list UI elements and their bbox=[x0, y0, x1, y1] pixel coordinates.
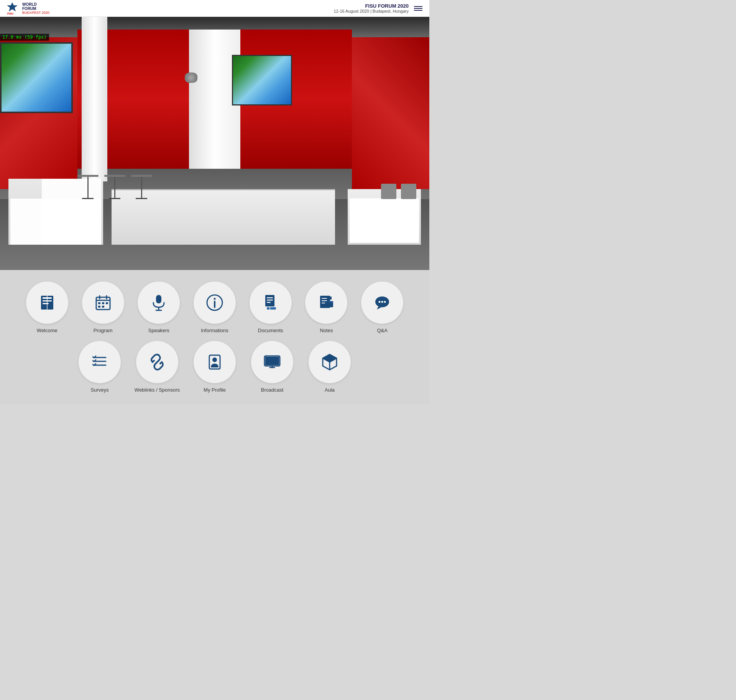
svg-rect-32 bbox=[322, 298, 327, 299]
svg-marker-0 bbox=[7, 2, 18, 12]
broadcast-item[interactable]: Broadcast bbox=[247, 341, 297, 393]
table-leg-1 bbox=[87, 177, 89, 198]
weblinks-item[interactable]: Weblinks / Sponsors bbox=[132, 341, 182, 393]
book-icon bbox=[38, 293, 56, 312]
header-right: FISU FORUM 2020 12-16 August 2020 | Buda… bbox=[334, 3, 424, 13]
table-leg-2 bbox=[114, 177, 115, 198]
document-icon bbox=[261, 293, 280, 312]
checklist-icon bbox=[90, 353, 109, 371]
svg-rect-22 bbox=[265, 295, 274, 306]
myprofile-item[interactable]: My Profile bbox=[190, 341, 240, 393]
qa-item[interactable]: Q&A bbox=[358, 282, 406, 333]
documents-circle[interactable] bbox=[250, 282, 292, 324]
svg-rect-11 bbox=[98, 302, 100, 304]
aula-circle[interactable] bbox=[309, 341, 351, 383]
svg-rect-26 bbox=[267, 307, 276, 310]
fisu-logo: FISU bbox=[5, 2, 19, 15]
scene-composite bbox=[0, 17, 429, 270]
speakers-label: Speakers bbox=[148, 328, 169, 333]
surveys-item[interactable]: Surveys bbox=[75, 341, 125, 393]
myprofile-circle[interactable] bbox=[194, 341, 236, 383]
right-chairs bbox=[381, 184, 416, 199]
svg-rect-12 bbox=[102, 302, 104, 304]
welcome-item[interactable]: Welcome bbox=[23, 282, 71, 333]
table-2 bbox=[104, 175, 125, 199]
svg-marker-52 bbox=[323, 354, 337, 362]
event-date: 12-16 August 2020 | Budapest, Hungary bbox=[334, 9, 409, 13]
table-3 bbox=[131, 175, 152, 199]
svg-point-20 bbox=[214, 298, 216, 300]
svg-rect-14 bbox=[98, 306, 100, 308]
monitor-icon bbox=[263, 353, 281, 371]
notes-circle[interactable] bbox=[305, 282, 347, 324]
table-base-3 bbox=[136, 198, 147, 199]
welcome-circle[interactable] bbox=[26, 282, 68, 324]
chair-2 bbox=[401, 184, 416, 199]
event-info: FISU FORUM 2020 12-16 August 2020 | Buda… bbox=[334, 3, 409, 13]
svg-rect-24 bbox=[267, 300, 273, 301]
fps-overlay: 17.0 ms (59 fps) bbox=[0, 34, 49, 41]
scene-background bbox=[0, 17, 429, 270]
notes-icon bbox=[317, 293, 335, 312]
wall-right bbox=[352, 37, 429, 189]
table-base-1 bbox=[82, 198, 94, 199]
svg-text:FISU: FISU bbox=[7, 12, 13, 15]
3d-scene: 17.0 ms (59 fps) bbox=[0, 17, 429, 270]
svg-rect-25 bbox=[267, 302, 271, 303]
pillar-left bbox=[82, 17, 107, 181]
documents-item[interactable]: Documents bbox=[246, 282, 295, 333]
svg-rect-15 bbox=[102, 306, 104, 308]
svg-rect-23 bbox=[267, 297, 273, 298]
tv-content-right bbox=[233, 56, 291, 104]
qa-circle[interactable] bbox=[361, 282, 403, 324]
link-icon bbox=[148, 353, 166, 371]
profile-icon bbox=[205, 353, 224, 371]
weblinks-circle[interactable] bbox=[136, 341, 178, 383]
aula-item[interactable]: Aula bbox=[305, 341, 355, 393]
calendar-icon bbox=[94, 293, 112, 312]
svg-rect-13 bbox=[106, 302, 108, 304]
svg-rect-48 bbox=[265, 357, 279, 365]
notes-item[interactable]: Notes bbox=[302, 282, 351, 333]
tv-screen-right bbox=[232, 55, 292, 105]
surveys-label: Surveys bbox=[91, 387, 109, 393]
header: FISU WORLD FORUM BUDAPEST 2020 FISU FORU… bbox=[0, 0, 429, 17]
box-icon bbox=[320, 353, 339, 371]
speakers-item[interactable]: Speakers bbox=[135, 282, 183, 333]
svg-rect-16 bbox=[156, 295, 161, 303]
broadcast-circle[interactable] bbox=[251, 341, 293, 383]
svg-rect-33 bbox=[322, 300, 327, 301]
program-label: Program bbox=[94, 328, 113, 333]
broadcast-label: Broadcast bbox=[261, 387, 284, 393]
documents-label: Documents bbox=[258, 328, 283, 333]
tv-content-left bbox=[2, 44, 71, 112]
weblinks-label: Weblinks / Sponsors bbox=[135, 387, 180, 393]
event-name: FISU FORUM 2020 bbox=[334, 3, 409, 9]
icon-row-2: Surveys Weblinks / Sponsors My Profi bbox=[23, 341, 406, 393]
logo-area: FISU WORLD FORUM BUDAPEST 2020 bbox=[5, 2, 49, 15]
svg-rect-34 bbox=[322, 303, 325, 303]
counter-right-inner bbox=[350, 198, 419, 243]
svg-line-44 bbox=[156, 361, 159, 364]
qa-label: Q&A bbox=[377, 328, 387, 333]
surveys-circle[interactable] bbox=[79, 341, 121, 383]
table-leg-3 bbox=[141, 177, 142, 198]
chat-icon bbox=[373, 293, 391, 312]
speakers-circle[interactable] bbox=[138, 282, 180, 324]
program-circle[interactable] bbox=[82, 282, 124, 324]
svg-rect-31 bbox=[329, 301, 333, 302]
microphone-icon bbox=[150, 293, 168, 312]
icon-row-1: Welcome Program bbox=[23, 282, 406, 333]
hamburger-button[interactable] bbox=[412, 5, 424, 12]
svg-point-46 bbox=[212, 357, 217, 362]
bottom-grid: Welcome Program bbox=[0, 270, 429, 404]
chair-1 bbox=[381, 184, 396, 199]
table-base-2 bbox=[109, 198, 120, 199]
informations-label: Informations bbox=[201, 328, 228, 333]
info-icon bbox=[205, 293, 224, 312]
informations-circle[interactable] bbox=[194, 282, 236, 324]
notes-label: Notes bbox=[320, 328, 333, 333]
program-item[interactable]: Program bbox=[79, 282, 127, 333]
informations-item[interactable]: Informations bbox=[191, 282, 239, 333]
logo-text: WORLD FORUM BUDAPEST 2020 bbox=[22, 2, 49, 15]
